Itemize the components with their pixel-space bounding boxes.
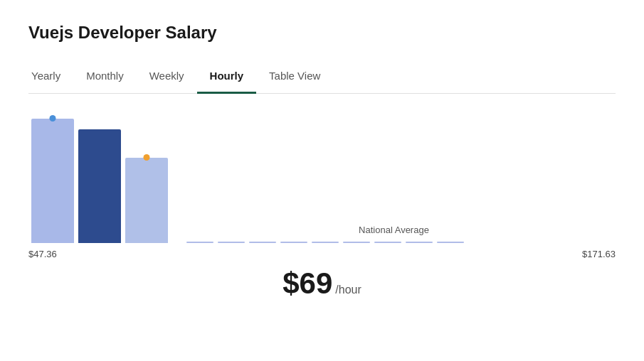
min-price-label: $47.36 (28, 249, 57, 259)
salary-value: $69 (283, 266, 332, 301)
x-axis: $47.36 $171.63 (28, 249, 616, 259)
dot-1 (50, 115, 56, 122)
tab-table[interactable]: Table View (256, 63, 333, 94)
salary-display-area: $69 /hour (28, 266, 616, 301)
page-title: Vuejs Developer Salary (28, 23, 616, 43)
bar-2 (78, 129, 121, 243)
main-container: Vuejs Developer Salary Yearly Monthly We… (0, 0, 644, 361)
avg-line-area: National Average (172, 242, 616, 243)
tab-hourly[interactable]: Hourly (197, 63, 257, 94)
bar-3 (125, 158, 168, 243)
tab-yearly[interactable]: Yearly (28, 63, 73, 94)
tab-monthly[interactable]: Monthly (73, 63, 137, 94)
per-unit-label: /hour (335, 284, 361, 296)
dot-3 (144, 154, 150, 161)
bar-1 (31, 119, 74, 243)
dashed-line (186, 242, 616, 243)
tab-weekly[interactable]: Weekly (137, 63, 197, 94)
tab-bar: Yearly Monthly Weekly Hourly Table View (28, 63, 616, 94)
bar-fill-1 (31, 119, 74, 243)
bar-fill-2 (78, 129, 121, 243)
salary-display: $69 /hour (283, 266, 361, 301)
bar-fill-3 (125, 158, 168, 243)
chart-area: National Average $47.36 $171.63 (28, 101, 616, 259)
max-price-label: $171.63 (582, 249, 616, 259)
national-avg-label: National Average (359, 225, 429, 235)
bar-chart: National Average (28, 101, 616, 243)
